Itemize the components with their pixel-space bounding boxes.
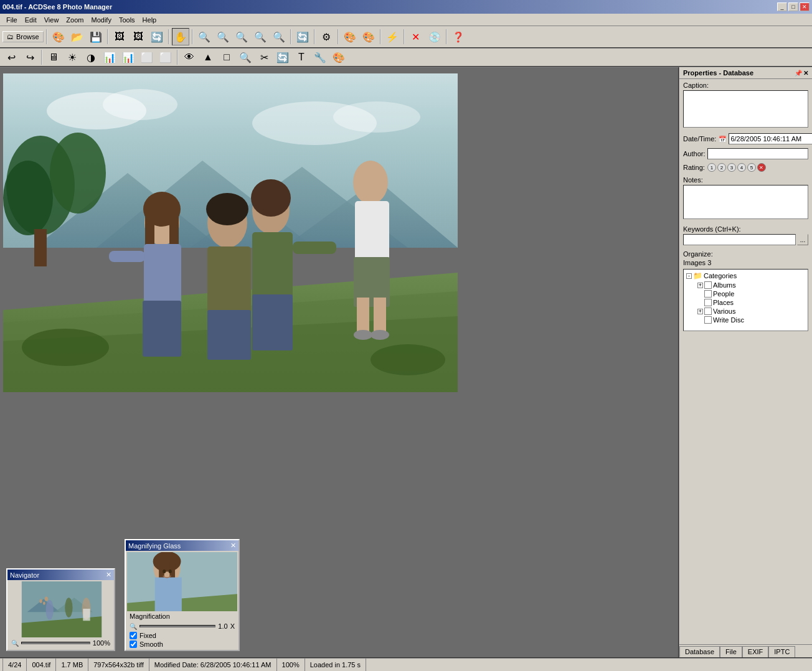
undo-btn[interactable]: ↩ (2, 49, 20, 66)
rating-star-3[interactable]: 3 (727, 163, 736, 172)
help-btn[interactable]: ❓ (450, 28, 467, 45)
zoom-sel-btn[interactable]: 🔍 (270, 28, 288, 45)
smooth-checkbox[interactable] (130, 640, 137, 648)
text-btn[interactable]: T (293, 49, 310, 66)
preview-btn[interactable]: 👁 (181, 49, 198, 66)
magnify-close-button[interactable]: ✕ (230, 542, 236, 550)
color-btn[interactable]: 🎨 (50, 28, 67, 45)
img-btn1[interactable]: 🖼 (111, 28, 128, 45)
enhance-btn1[interactable]: 🎨 (341, 28, 359, 45)
flip-btn[interactable]: 🔄 (274, 49, 291, 66)
color-drop-btn[interactable]: 🎨 (330, 49, 347, 66)
menu-modify[interactable]: Modify (87, 15, 115, 25)
menu-tools[interactable]: Tools (115, 15, 139, 25)
histogram-btn[interactable]: 📊 (101, 49, 118, 66)
tab-iptc[interactable]: IPTC (768, 646, 795, 657)
albums-expand-icon[interactable]: + (697, 283, 703, 288)
tree-item-people[interactable]: People (685, 289, 806, 298)
settings-btn[interactable]: ⚙ (318, 28, 335, 45)
wrench-btn[interactable]: 🔧 (311, 49, 329, 66)
maximize-button[interactable]: □ (788, 2, 798, 11)
keywords-input[interactable] (683, 234, 796, 245)
contrast-btn[interactable]: ◑ (82, 49, 100, 66)
browse-label: Browse (16, 33, 39, 40)
minimize-button[interactable]: _ (777, 2, 787, 11)
crop-zoom-btn[interactable]: 🔍 (237, 49, 254, 66)
browse-icon: 🗂 (7, 33, 14, 40)
rating-star-4[interactable]: 4 (737, 163, 746, 172)
tree-item-writedisc[interactable]: Write Disc (685, 316, 806, 324)
redo-btn[interactable]: ↪ (21, 49, 39, 66)
save-btn[interactable]: 💾 (87, 28, 105, 45)
svg-rect-58 (155, 578, 182, 611)
toolbar2-sep-1 (41, 50, 42, 65)
sharpen-btn[interactable]: ▲ (199, 49, 217, 66)
open-btn[interactable]: 📂 (68, 28, 86, 45)
hand-tool-btn[interactable]: ✋ (172, 28, 189, 45)
fullscreen-btn[interactable]: 🖥 (45, 49, 62, 66)
various-checkbox[interactable] (704, 307, 712, 315)
menu-edit[interactable]: Edit (21, 15, 40, 25)
people-checkbox[interactable] (704, 290, 712, 298)
zoom-in-btn[interactable]: 🔍 (196, 28, 213, 45)
fixed-checkbox[interactable] (130, 632, 137, 639)
menu-zoom[interactable]: Zoom (62, 15, 87, 25)
panel-pin-button[interactable]: 📌 (795, 70, 802, 77)
tree-item-albums[interactable]: + Albums (685, 281, 806, 289)
rating-clear-button[interactable]: ✕ (757, 163, 766, 172)
albums-checkbox[interactable] (704, 281, 712, 289)
zoom-fit-btn[interactable]: 🔍 (233, 28, 250, 45)
border-btn[interactable]: □ (218, 49, 235, 66)
magnify-slider[interactable] (139, 625, 215, 627)
sel-btn2[interactable]: ⬜ (157, 49, 174, 66)
rating-stars: 1 2 3 4 5 ✕ (707, 163, 766, 172)
tree-item-places[interactable]: Places (685, 298, 806, 307)
tab-database[interactable]: Database (679, 646, 720, 657)
svg-point-51 (43, 602, 45, 605)
caption-input[interactable] (683, 90, 808, 128)
img-btn3[interactable]: 🔄 (148, 28, 166, 45)
notes-input[interactable] (683, 185, 808, 219)
datetime-input[interactable] (729, 133, 812, 144)
flash-btn[interactable]: ⚡ (384, 28, 401, 45)
places-checkbox[interactable] (704, 299, 712, 306)
image-area[interactable]: Navigator ✕ (0, 67, 678, 657)
close-button[interactable]: ✕ (800, 2, 810, 11)
menu-file[interactable]: File (2, 15, 21, 25)
title-bar: 004.tif - ACDSee 8 Photo Manager _ □ ✕ (0, 0, 812, 14)
categories-expand-icon[interactable]: - (686, 273, 692, 279)
category-tree: - 📁 Categories + Albums People (683, 269, 808, 331)
delete-btn[interactable]: ✕ (407, 28, 425, 45)
tab-exif[interactable]: EXIF (742, 646, 768, 657)
zoom-actual-btn[interactable]: 🔍 (252, 28, 269, 45)
brightness-btn[interactable]: ☀ (64, 49, 81, 66)
enhance-btn2[interactable]: 🎨 (360, 28, 377, 45)
tree-item-various[interactable]: + Various (685, 307, 806, 316)
panel-header-controls: 📌 ✕ (795, 70, 808, 77)
sel-btn1[interactable]: ⬜ (138, 49, 156, 66)
img-btn2[interactable]: 🖼 (130, 28, 147, 45)
browse-button[interactable]: 🗂 Browse (2, 31, 44, 42)
rating-star-1[interactable]: 1 (707, 163, 716, 172)
burn-btn[interactable]: 💿 (426, 28, 443, 45)
zoom-out-btn[interactable]: 🔍 (214, 28, 232, 45)
svg-rect-28 (293, 242, 336, 254)
navigator-close-button[interactable]: ✕ (106, 571, 111, 579)
nav-zoom-slider[interactable] (21, 642, 90, 644)
author-input[interactable] (707, 148, 808, 159)
svg-rect-19 (355, 201, 389, 263)
menu-view[interactable]: View (40, 15, 63, 25)
rotate-btn[interactable]: 🔄 (294, 28, 311, 45)
tab-file[interactable]: File (720, 646, 742, 657)
keywords-browse-button[interactable]: ... (797, 234, 808, 245)
writedisc-checkbox[interactable] (704, 316, 712, 324)
panel-close-button[interactable]: ✕ (803, 70, 808, 77)
various-expand-icon[interactable]: + (697, 309, 703, 314)
rating-star-2[interactable]: 2 (717, 163, 726, 172)
tree-root-categories[interactable]: - 📁 Categories (685, 271, 806, 281)
rating-star-5[interactable]: 5 (747, 163, 756, 172)
levels-btn[interactable]: 📊 (120, 49, 137, 66)
svg-rect-32 (207, 246, 251, 318)
crop-btn[interactable]: ✂ (255, 49, 273, 66)
menu-help[interactable]: Help (139, 15, 161, 25)
